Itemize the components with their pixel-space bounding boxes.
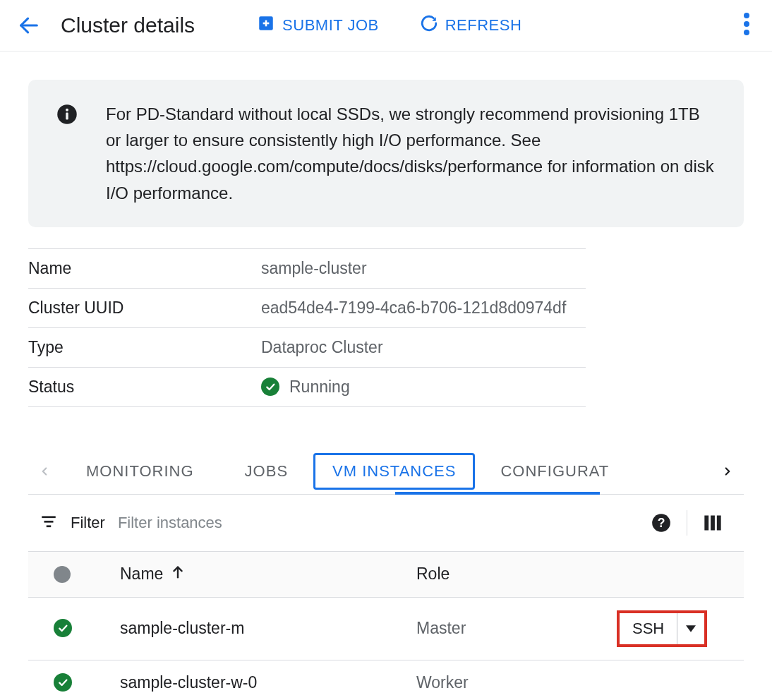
detail-value: ead54de4-7199-4ca6-b706-121d8d0974df <box>261 288 586 327</box>
check-circle-icon <box>54 619 72 637</box>
detail-value: Dataproc Cluster <box>261 327 586 367</box>
instance-role: Worker <box>416 660 617 700</box>
svg-rect-9 <box>66 113 68 120</box>
back-arrow-icon[interactable] <box>17 13 41 37</box>
cluster-details-table: Name sample-cluster Cluster UUID ead54de… <box>28 248 586 407</box>
svg-point-4 <box>744 13 749 18</box>
tab-scroll-left-icon[interactable] <box>28 461 61 481</box>
tab-vm-instances[interactable]: VM INSTANCES <box>313 453 475 490</box>
refresh-icon <box>420 14 438 37</box>
table-row[interactable]: sample-cluster-w-0 Worker <box>28 660 744 700</box>
ssh-dropdown-icon[interactable] <box>677 613 704 644</box>
detail-value: Running <box>289 378 350 397</box>
detail-row-type: Type Dataproc Cluster <box>28 327 586 367</box>
svg-point-5 <box>744 21 749 27</box>
instance-name[interactable]: sample-cluster-w-0 <box>120 660 416 700</box>
filter-icon <box>34 512 58 533</box>
page-title: Cluster details <box>61 13 195 37</box>
detail-label: Status <box>28 367 261 406</box>
submit-job-button[interactable]: SUBMIT JOB <box>257 14 379 37</box>
info-banner: For PD-Standard without local SSDs, we s… <box>28 80 744 227</box>
tab-jobs[interactable]: JOBS <box>219 449 313 494</box>
refresh-button[interactable]: REFRESH <box>420 14 522 37</box>
tabs-row: MONITORING JOBS VM INSTANCES CONFIGURAT <box>28 449 744 495</box>
info-banner-text: For PD-Standard without local SSDs, we s… <box>106 101 716 206</box>
check-circle-icon <box>54 673 72 692</box>
detail-row-name: Name sample-cluster <box>28 248 586 288</box>
name-column-header[interactable]: Name <box>120 565 163 584</box>
svg-point-8 <box>66 109 68 111</box>
plus-box-icon <box>257 14 275 37</box>
table-row[interactable]: sample-cluster-m Master SSH <box>28 597 744 660</box>
detail-label: Cluster UUID <box>28 288 261 327</box>
columns-icon[interactable] <box>687 514 738 531</box>
instances-table: Name Role sample-cluster-m Master SSH <box>28 552 744 700</box>
instance-role: Master <box>416 597 617 660</box>
status-header-dot-icon <box>54 566 71 583</box>
svg-rect-12 <box>47 525 52 527</box>
info-icon <box>56 104 78 128</box>
table-header-row: Name Role <box>28 552 744 598</box>
detail-label: Type <box>28 327 261 367</box>
detail-value: sample-cluster <box>261 248 586 288</box>
tab-configuration[interactable]: CONFIGURAT <box>475 449 609 494</box>
svg-rect-16 <box>711 515 715 530</box>
detail-label: Name <box>28 248 261 288</box>
svg-rect-17 <box>717 515 721 530</box>
svg-rect-11 <box>44 521 54 523</box>
svg-rect-15 <box>704 515 708 530</box>
svg-text:?: ? <box>658 516 665 530</box>
detail-row-status: Status Running <box>28 367 586 406</box>
check-circle-icon <box>261 378 279 396</box>
svg-marker-19 <box>686 625 696 632</box>
tab-monitoring[interactable]: MONITORING <box>61 449 219 494</box>
instance-name[interactable]: sample-cluster-m <box>120 597 416 660</box>
svg-rect-10 <box>42 516 56 518</box>
svg-point-6 <box>744 30 749 35</box>
role-column-header[interactable]: Role <box>416 552 617 598</box>
filter-label: Filter <box>71 514 105 532</box>
page-header: Cluster details SUBMIT JOB REFRESH <box>0 0 772 52</box>
help-icon[interactable]: ? <box>636 513 687 533</box>
filter-row: Filter Filter instances ? <box>28 495 744 552</box>
more-menu-icon[interactable] <box>738 13 755 38</box>
ssh-button[interactable]: SSH <box>617 610 707 647</box>
submit-job-label: SUBMIT JOB <box>282 16 379 35</box>
refresh-label: REFRESH <box>445 16 522 35</box>
active-tab-underline <box>395 492 600 495</box>
detail-row-uuid: Cluster UUID ead54de4-7199-4ca6-b706-121… <box>28 288 586 327</box>
filter-input[interactable]: Filter instances <box>118 514 623 532</box>
ssh-button-label[interactable]: SSH <box>620 613 677 644</box>
sort-ascending-icon[interactable] <box>170 565 186 584</box>
tab-scroll-right-icon[interactable] <box>711 461 744 481</box>
